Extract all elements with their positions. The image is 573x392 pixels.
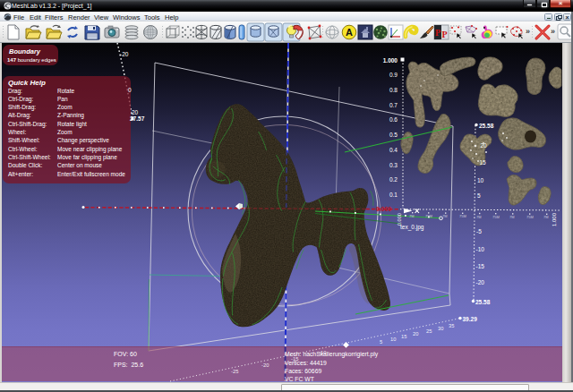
svg-text:0.000: 0.000	[397, 213, 402, 226]
svg-text:0.3: 0.3	[389, 162, 398, 168]
svg-text:»: »	[551, 27, 555, 36]
svg-text:5: 5	[477, 192, 481, 199]
svg-text:0.4: 0.4	[389, 147, 398, 153]
svg-text:-10: -10	[476, 246, 485, 252]
svg-text:-20: -20	[476, 279, 485, 285]
svg-text:7M: 7M	[476, 215, 482, 219]
svg-text:39.29: 39.29	[463, 316, 478, 322]
svg-text:-25: -25	[231, 369, 238, 374]
svg-text:30: 30	[438, 326, 443, 331]
svg-text:15: 15	[401, 334, 406, 339]
svg-text:1.000: 1.000	[383, 57, 398, 64]
svg-text:75M: 75M	[425, 214, 432, 218]
svg-text:0.7: 0.7	[389, 102, 398, 108]
svg-text:-5: -5	[476, 228, 482, 234]
svg-text:7M: 7M	[409, 214, 415, 218]
svg-text:20: 20	[413, 331, 418, 337]
svg-text:»: »	[526, 27, 530, 36]
svg-text:-15: -15	[476, 263, 485, 269]
svg-text:0.2: 0.2	[389, 176, 398, 183]
svg-text:0.5: 0.5	[389, 132, 398, 138]
svg-text:25: 25	[426, 328, 432, 334]
svg-text:7M: 7M	[442, 214, 448, 218]
svg-text:0.6: 0.6	[389, 116, 398, 123]
svg-text:5: 5	[380, 339, 382, 345]
svg-text:P: P	[435, 28, 440, 38]
svg-text:75M: 75M	[492, 215, 500, 219]
svg-text:A: A	[346, 27, 353, 38]
svg-text:10: 10	[477, 177, 484, 183]
svg-text:20: 20	[481, 142, 488, 149]
svg-text:-20: -20	[120, 51, 129, 57]
svg-text:tex_0.jpg: tex_0.jpg	[400, 224, 424, 231]
svg-text:0.1: 0.1	[389, 192, 398, 198]
svg-text:75M: 75M	[459, 214, 466, 218]
svg-text:75M: 75M	[526, 215, 534, 219]
svg-text:7M: 7M	[543, 215, 549, 219]
svg-text:7M: 7M	[509, 215, 515, 219]
svg-text:P: P	[442, 30, 448, 39]
svg-text:25.58: 25.58	[479, 123, 494, 129]
svg-text:35: 35	[449, 323, 454, 328]
svg-text:-20: -20	[261, 362, 269, 368]
svg-text:1.000: 1.000	[552, 212, 557, 226]
svg-text:0.000: 0.000	[376, 206, 392, 212]
svg-text:25.58: 25.58	[475, 299, 491, 305]
svg-text:15: 15	[480, 159, 487, 166]
svg-text:10: 10	[390, 337, 396, 342]
svg-text:0.8: 0.8	[389, 87, 398, 93]
svg-text:0.9: 0.9	[389, 72, 398, 78]
